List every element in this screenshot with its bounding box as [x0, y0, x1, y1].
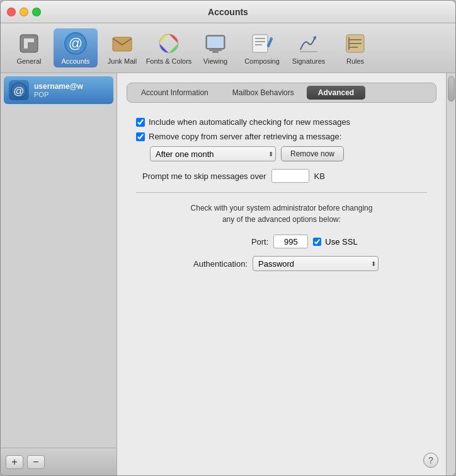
maximize-button[interactable] [32, 8, 41, 16]
port-row: Port: Use SSL [136, 235, 427, 248]
remove-now-button[interactable]: Remove now [281, 146, 344, 161]
toolbar-item-viewing[interactable]: Viewing [193, 28, 237, 67]
traffic-lights [7, 8, 41, 16]
scroll-thumb[interactable] [448, 76, 455, 102]
svg-rect-12 [253, 35, 268, 52]
rules-label: Rules [346, 57, 364, 65]
tab-advanced[interactable]: Advanced [307, 86, 365, 100]
general-icon [16, 31, 42, 56]
svg-point-7 [159, 34, 178, 53]
tab-bar: Account Information Mailbox Behaviors Ad… [127, 83, 436, 103]
toolbar-item-junk-mail[interactable]: Junk Mail [100, 28, 144, 67]
composing-label: Composing [244, 57, 280, 65]
toolbar-item-general[interactable]: General [7, 28, 51, 67]
kb-label: KB [314, 171, 325, 181]
add-account-button[interactable]: + [6, 455, 23, 469]
toolbar-item-composing[interactable]: Composing [240, 28, 284, 67]
accounts-icon: @ [63, 31, 88, 56]
toolbar-item-accounts[interactable]: @ Accounts [54, 28, 98, 67]
auth-row: Authentication: Password MD5 Challenge-R… [136, 256, 427, 271]
remove-copy-checkbox-row: Remove copy from server after retrieving… [136, 132, 427, 141]
port-input[interactable] [273, 235, 308, 248]
scrollbar[interactable] [446, 73, 455, 475]
include-checkbox[interactable] [136, 118, 145, 127]
svg-rect-0 [20, 35, 38, 52]
auth-select-wrapper: Password MD5 Challenge-Response NTLM Ker… [253, 256, 379, 271]
toolbar-item-rules[interactable]: Rules [333, 28, 377, 67]
signatures-label: Signatures [292, 57, 326, 65]
admin-notice: Check with your system administrator bef… [136, 202, 427, 225]
general-label: General [16, 57, 41, 65]
sidebar: @ username@w POP + − [1, 73, 117, 475]
minimize-button[interactable] [20, 8, 28, 16]
fonts-colors-label: Fonts & Colors [146, 57, 192, 65]
use-ssl-checkbox[interactable] [313, 238, 321, 246]
period-select[interactable]: After one month Immediately After one da… [150, 146, 276, 161]
svg-rect-10 [209, 49, 222, 51]
main-window: Accounts General @ Accounts [0, 0, 456, 476]
auth-select[interactable]: Password MD5 Challenge-Response NTLM Ker… [253, 256, 379, 271]
remove-copy-label: Remove copy from server after retrieving… [149, 132, 341, 141]
viewing-icon [203, 31, 228, 56]
titlebar: Accounts [1, 1, 455, 23]
sidebar-footer: + − [1, 448, 117, 475]
svg-rect-11 [212, 51, 219, 53]
close-button[interactable] [7, 8, 16, 16]
main-area: @ username@w POP + − Account Info [1, 73, 455, 475]
toolbar: General @ Accounts Junk Mail [1, 23, 455, 73]
toolbar-item-fonts-colors[interactable]: Fonts & Colors [147, 28, 191, 67]
skip-messages-row: Prompt me to skip messages over KB [136, 169, 427, 183]
account-type: POP [34, 91, 83, 98]
include-checkbox-row: Include when automatically checking for … [136, 117, 427, 127]
rules-icon [343, 31, 368, 56]
port-label: Port: [205, 237, 268, 247]
composing-icon [249, 31, 275, 56]
toolbar-item-signatures[interactable]: Signatures [287, 28, 331, 67]
signatures-icon [296, 31, 321, 56]
remove-copy-checkbox[interactable] [136, 132, 145, 141]
tab-mailbox-behaviors[interactable]: Mailbox Behaviors [221, 86, 305, 100]
account-list-item[interactable]: @ username@w POP [4, 76, 113, 104]
svg-text:@: @ [69, 35, 83, 51]
skip-input[interactable] [271, 169, 309, 183]
fonts-colors-icon [156, 31, 181, 56]
svg-rect-5 [113, 37, 132, 51]
junk-mail-icon [110, 31, 135, 56]
skip-label: Prompt me to skip messages over [142, 171, 266, 181]
viewing-label: Viewing [203, 57, 227, 65]
period-row: After one month Immediately After one da… [150, 146, 427, 161]
svg-rect-9 [207, 37, 224, 48]
content-panel: Account Information Mailbox Behaviors Ad… [117, 73, 446, 475]
ssl-check-row: Use SSL [313, 237, 357, 247]
help-button[interactable]: ? [423, 453, 438, 468]
tab-account-information[interactable]: Account Information [130, 86, 220, 100]
svg-text:@: @ [13, 85, 24, 97]
accounts-label: Accounts [61, 57, 89, 65]
account-name: username@w [34, 82, 83, 91]
remove-account-button[interactable]: − [27, 455, 45, 469]
svg-rect-2 [24, 38, 34, 42]
account-icon: @ [9, 80, 29, 100]
form-section: Include when automatically checking for … [127, 114, 436, 274]
include-label: Include when automatically checking for … [149, 117, 350, 127]
sidebar-content: @ username@w POP [1, 73, 117, 448]
window-title: Accounts [208, 7, 248, 17]
account-info: username@w POP [34, 82, 83, 98]
junk-mail-label: Junk Mail [108, 57, 137, 65]
use-ssl-label: Use SSL [325, 237, 357, 247]
auth-label: Authentication: [185, 259, 248, 269]
section-divider [136, 192, 427, 193]
period-select-wrapper: After one month Immediately After one da… [150, 146, 276, 161]
